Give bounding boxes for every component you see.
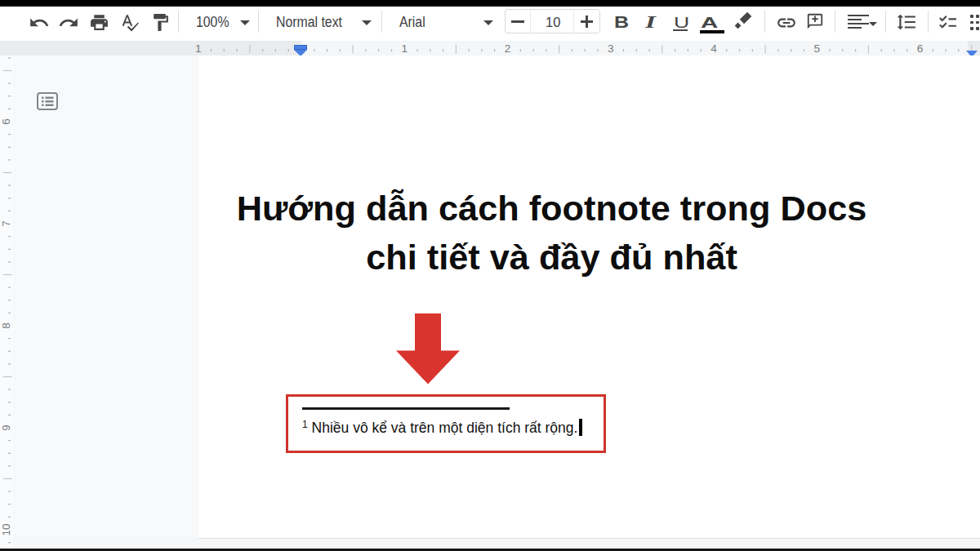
svg-text:1: 1 xyxy=(401,42,408,55)
svg-text:6: 6 xyxy=(0,118,12,125)
svg-text:9: 9 xyxy=(0,424,12,431)
svg-text:2: 2 xyxy=(505,42,511,55)
svg-text:4: 4 xyxy=(710,42,717,55)
svg-text:8: 8 xyxy=(0,322,12,329)
svg-text:7: 7 xyxy=(0,220,12,227)
svg-text:6: 6 xyxy=(917,42,924,55)
svg-text:10: 10 xyxy=(0,523,12,535)
svg-text:5: 5 xyxy=(813,42,820,55)
svg-text:1: 1 xyxy=(195,42,202,55)
svg-text:3: 3 xyxy=(608,42,614,55)
